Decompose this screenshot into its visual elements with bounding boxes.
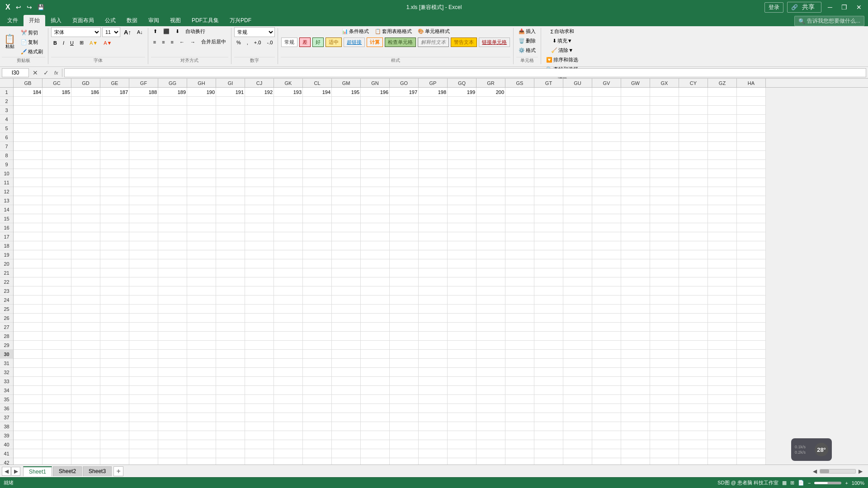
col-header-gv[interactable]: GV: [592, 79, 621, 87]
confirm-formula-button[interactable]: ✓: [42, 69, 51, 76]
cell-GB13[interactable]: [14, 196, 42, 205]
cell-CJ1[interactable]: 192: [245, 88, 274, 97]
cell-GC42[interactable]: [42, 458, 71, 465]
style-linked[interactable]: 链接单元格: [479, 38, 510, 47]
cell-GW20[interactable]: [621, 259, 650, 268]
cell-GE38[interactable]: [100, 422, 129, 431]
cell-GT3[interactable]: [534, 106, 563, 115]
cell-GH39[interactable]: [187, 431, 216, 440]
cell-CY37[interactable]: [679, 413, 708, 422]
row-number-19[interactable]: 19: [0, 250, 13, 259]
cell-GQ4[interactable]: [448, 115, 476, 124]
cell-GD35[interactable]: [71, 395, 100, 404]
cell-GT25[interactable]: [534, 305, 563, 314]
cell-GT34[interactable]: [534, 386, 563, 395]
cell-GM38[interactable]: [332, 422, 361, 431]
cell-GM4[interactable]: [332, 115, 361, 124]
cell-GT22[interactable]: [534, 277, 563, 286]
cell-GO26[interactable]: [390, 314, 419, 323]
cell-GW15[interactable]: [621, 214, 650, 223]
cell-GF17[interactable]: [129, 232, 158, 241]
cell-GO6[interactable]: [390, 133, 419, 142]
cell-CY18[interactable]: [679, 241, 708, 250]
cell-GS16[interactable]: [505, 223, 534, 232]
cell-GV3[interactable]: [592, 106, 621, 115]
row-number-42[interactable]: 42: [0, 458, 13, 465]
cell-GO4[interactable]: [390, 115, 419, 124]
cell-GN40[interactable]: [361, 440, 390, 449]
cell-GI17[interactable]: [216, 232, 245, 241]
cell-GV31[interactable]: [592, 359, 621, 368]
col-header-gp[interactable]: GP: [419, 79, 448, 87]
cell-GG33[interactable]: [158, 377, 187, 386]
cell-GU40[interactable]: [563, 440, 592, 449]
cell-GP3[interactable]: [419, 106, 448, 115]
cell-GB35[interactable]: [14, 395, 42, 404]
cell-HA25[interactable]: [737, 305, 766, 314]
sheet-nav-left[interactable]: ◀: [2, 467, 11, 476]
cell-GK11[interactable]: [274, 178, 303, 187]
cell-CL24[interactable]: [303, 296, 332, 305]
cell-CY6[interactable]: [679, 133, 708, 142]
cell-GV37[interactable]: [592, 413, 621, 422]
cell-GG7[interactable]: [158, 142, 187, 151]
cell-GZ7[interactable]: [708, 142, 737, 151]
cell-GV32[interactable]: [592, 368, 621, 377]
cell-GR7[interactable]: [476, 142, 505, 151]
cell-GS18[interactable]: [505, 241, 534, 250]
cell-GV19[interactable]: [592, 250, 621, 259]
cell-CJ12[interactable]: [245, 187, 274, 196]
cell-GM28[interactable]: [332, 332, 361, 341]
cell-GU5[interactable]: [563, 124, 592, 133]
cell-GG30[interactable]: [158, 350, 187, 359]
scroll-track[interactable]: [820, 469, 856, 474]
cell-CJ3[interactable]: [245, 106, 274, 115]
cell-GX23[interactable]: [650, 286, 679, 296]
cell-GM15[interactable]: [332, 214, 361, 223]
cell-GF21[interactable]: [129, 268, 158, 277]
cell-GV5[interactable]: [592, 124, 621, 133]
cell-GZ13[interactable]: [708, 196, 737, 205]
cell-GC36[interactable]: [42, 404, 71, 413]
cell-GB39[interactable]: [14, 431, 42, 440]
cell-GF10[interactable]: [129, 169, 158, 178]
cell-GK14[interactable]: [274, 205, 303, 214]
cell-CY3[interactable]: [679, 106, 708, 115]
cell-GM12[interactable]: [332, 187, 361, 196]
cell-CL25[interactable]: [303, 305, 332, 314]
cell-HA7[interactable]: [737, 142, 766, 151]
cell-GS41[interactable]: [505, 449, 534, 458]
cell-GO13[interactable]: [390, 196, 419, 205]
cell-GQ3[interactable]: [448, 106, 476, 115]
cell-GF1[interactable]: 188: [129, 88, 158, 97]
cell-GQ27[interactable]: [448, 323, 476, 332]
cell-GW19[interactable]: [621, 250, 650, 259]
cell-GU20[interactable]: [563, 259, 592, 268]
cell-GS38[interactable]: [505, 422, 534, 431]
outdent-button[interactable]: ←: [177, 38, 187, 46]
cell-CJ5[interactable]: [245, 124, 274, 133]
cell-GP23[interactable]: [419, 286, 448, 296]
cell-CL20[interactable]: [303, 259, 332, 268]
cell-GS39[interactable]: [505, 431, 534, 440]
cell-CJ9[interactable]: [245, 160, 274, 169]
row-number-7[interactable]: 7: [0, 142, 13, 151]
cell-GS9[interactable]: [505, 160, 534, 169]
cell-GQ15[interactable]: [448, 214, 476, 223]
cell-GB30[interactable]: [14, 350, 42, 359]
cell-GB9[interactable]: [14, 160, 42, 169]
cell-GI41[interactable]: [216, 449, 245, 458]
cell-HA33[interactable]: [737, 377, 766, 386]
cell-GT17[interactable]: [534, 232, 563, 241]
cell-GW6[interactable]: [621, 133, 650, 142]
cell-GQ26[interactable]: [448, 314, 476, 323]
cell-GV42[interactable]: [592, 458, 621, 465]
cell-GU13[interactable]: [563, 196, 592, 205]
dec-decrease-button[interactable]: -.0: [264, 39, 275, 46]
cell-GM29[interactable]: [332, 341, 361, 350]
cell-GT6[interactable]: [534, 133, 563, 142]
cell-CL13[interactable]: [303, 196, 332, 205]
cell-GZ19[interactable]: [708, 250, 737, 259]
cell-GE24[interactable]: [100, 296, 129, 305]
cell-GV9[interactable]: [592, 160, 621, 169]
